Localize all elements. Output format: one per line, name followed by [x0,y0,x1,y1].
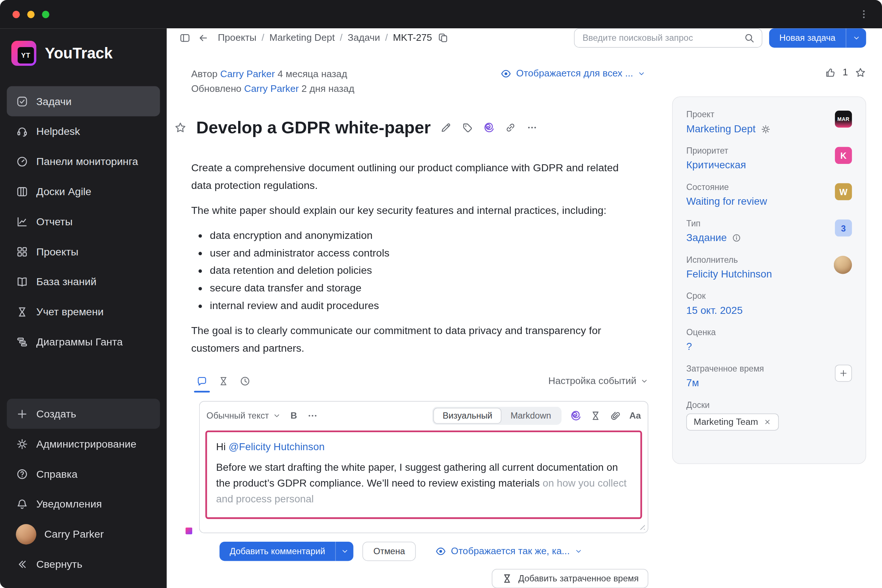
sidebar-item-label: Панели мониторинга [36,155,138,168]
hourglass-icon [218,376,230,387]
board-tag[interactable]: Marketing Team [687,413,779,430]
chevron-down-icon [273,412,281,420]
app-logo[interactable]: YT YouTrack [0,35,167,80]
breadcrumb-projects[interactable]: Проекты [218,32,256,44]
field-value[interactable]: Marketing Dept [687,123,830,135]
search-icon[interactable] [744,32,755,44]
zoom-window-button[interactable] [42,10,49,18]
tab-history[interactable] [234,372,256,391]
sidebar-item-help[interactable]: Справка [7,459,160,489]
cancel-button[interactable]: Отмена [363,542,416,561]
new-task-dropdown-icon[interactable] [846,28,866,47]
spent-time-value[interactable]: 7м [687,377,699,389]
bullet-item: user and administrator access controls [209,244,634,262]
info-icon[interactable] [732,233,742,243]
text-style-button[interactable]: Aa [629,411,641,421]
sidebar-collapse-button[interactable]: Свернуть [7,549,160,579]
format-dropdown[interactable]: Обычный текст [207,411,281,421]
priority-value[interactable]: Критическая [687,159,746,171]
helpdesk-icon [16,125,28,138]
project-settings-gear-icon[interactable] [761,124,771,134]
field-label: Приоритет [687,146,830,156]
more-actions-icon[interactable] [526,122,538,134]
user-mention[interactable]: @Felicity Hutchinson [229,441,324,453]
sidebar-item-administration[interactable]: Администрирование [7,429,160,459]
state-value[interactable]: Waiting for review [687,195,767,207]
breadcrumb-marketing-dept[interactable]: Marketing Dept [269,32,335,44]
description-paragraph: The white paper should explain our key s… [191,201,634,219]
breadcrumb-issue-id[interactable]: MKT-275 [393,32,432,44]
link-icon[interactable] [505,122,516,134]
mode-visual-tab[interactable]: Визуальный [434,408,502,424]
sidebar-item-agile-boards[interactable]: Доски Agile [7,176,160,207]
priority-badge[interactable]: K [835,147,852,164]
mode-markdown-tab[interactable]: Markdown [501,408,560,424]
remove-board-icon[interactable] [763,418,771,426]
search-input[interactable] [581,32,738,44]
sidebar-item-reports[interactable]: Отчеты [7,207,160,237]
resize-handle[interactable] [638,523,645,530]
comment-input[interactable]: Hi @Felicity Hutchinson Before we start … [206,431,642,519]
sidebar-item-label: Проекты [36,246,79,258]
assignee-value[interactable]: Felicity Hutchinson [687,268,772,280]
ai-assistant-icon[interactable] [570,410,581,422]
estimate-value[interactable]: ? [687,341,692,353]
sidebar-item-tasks[interactable]: Задачи [7,86,160,117]
add-comment-dropdown-icon[interactable] [336,542,354,561]
star-icon[interactable] [855,67,866,78]
sidebar-item-helpdesk[interactable]: Helpdesk [7,116,160,146]
description-paragraph: Create a comprehensive document outlinin… [191,159,634,194]
sidebar-toggle-icon[interactable] [179,32,191,44]
type-badge[interactable]: 3 [835,219,852,236]
add-spent-time-plus-button[interactable] [835,364,852,381]
due-date-value[interactable]: 15 окт. 2025 [687,304,743,316]
state-badge[interactable]: W [835,183,852,200]
comment-visibility-control[interactable]: Отображается так же, ка... [435,546,582,557]
macos-titlebar [0,0,882,28]
author-link[interactable]: Carry Parker [220,69,275,80]
add-spent-time-button[interactable]: Добавить затраченное время [492,569,648,588]
comment-icon [196,376,208,387]
title-actions [440,122,538,134]
sidebar-item-notifications[interactable]: Уведомления [7,489,160,519]
gear-icon [16,438,28,450]
tab-spent-time[interactable] [213,372,234,391]
sidebar-item-dashboards[interactable]: Панели мониторинга [7,146,160,176]
bold-button[interactable]: B [289,411,298,421]
tag-icon[interactable] [462,122,473,134]
field-priority: Приоритет Критическая K [687,146,852,171]
close-window-button[interactable] [12,10,20,18]
edit-pencil-icon[interactable] [440,122,452,134]
sidebar-item-time-tracking[interactable]: Учет времени [7,297,160,327]
sidebar-item-profile[interactable]: Carry Parker [7,519,160,549]
assignee-avatar[interactable] [834,256,852,274]
issue-visibility-control[interactable]: Отображается для всех ... [500,68,645,80]
help-icon [16,468,28,480]
window-menu-icon[interactable] [858,9,870,20]
ai-assistant-icon[interactable] [484,122,495,134]
sidebar-item-label: Свернуть [36,558,82,570]
copy-issue-id-icon[interactable] [437,32,449,44]
new-task-button[interactable]: Новая задача [769,28,866,47]
add-comment-button[interactable]: Добавить комментарий [219,542,354,561]
type-value[interactable]: Задание [687,232,727,244]
spent-time-icon[interactable] [590,410,601,422]
issue-description: Create a comprehensive document outlinin… [191,159,634,357]
breadcrumb-tasks[interactable]: Задачи [348,32,380,44]
sidebar-item-projects[interactable]: Проекты [7,237,160,267]
sidebar-item-knowledge-base[interactable]: База знаний [7,266,160,297]
updater-link[interactable]: Carry Parker [244,83,299,94]
events-settings-control[interactable]: Настройка событий [548,376,648,387]
attachment-icon[interactable] [609,410,621,422]
thumbs-up-icon[interactable] [824,67,836,78]
breadcrumb-separator: / [262,32,264,44]
project-avatar[interactable]: MAR [835,111,852,128]
tab-comments[interactable] [191,372,213,391]
create-button[interactable]: Создать [7,399,160,429]
minimize-window-button[interactable] [27,10,34,18]
project-value[interactable]: Marketing Dept [687,123,756,135]
more-formatting-icon[interactable] [307,410,318,422]
back-arrow-icon[interactable] [197,32,209,44]
star-issue-icon[interactable] [174,121,187,134]
sidebar-item-gantt[interactable]: Диаграммы Ганта [7,327,160,357]
